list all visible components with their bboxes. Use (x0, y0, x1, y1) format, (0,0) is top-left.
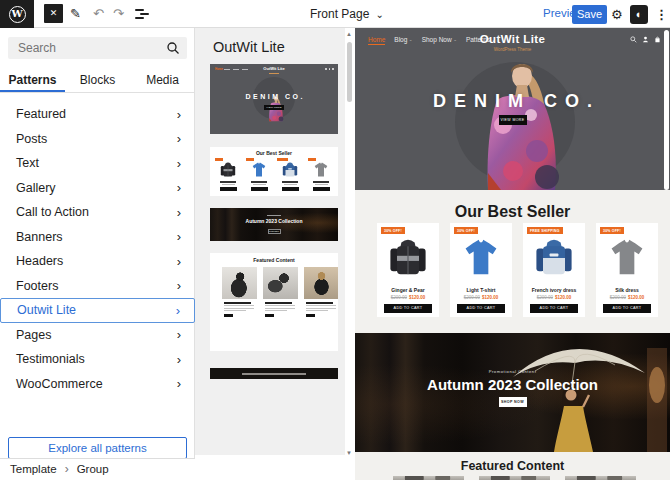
sidebar-item-gallery[interactable]: Gallery› (0, 176, 195, 201)
sidebar-item-featured[interactable]: Featured› (0, 102, 195, 127)
product-image (459, 235, 503, 281)
category-label: Gallery (16, 181, 56, 195)
mini-product-card (308, 158, 334, 193)
sidebar-item-headers[interactable]: Headers› (0, 249, 195, 274)
old-price: $200.00 (464, 295, 480, 300)
sidebar-item-testimonials[interactable]: Testimonials› (0, 347, 195, 372)
hero-section: Home Blog⌄ Shop Now⌄ Patterns⌄ OutWit Li… (355, 28, 670, 190)
editor-topbar: W ✕ ✎ ↶ ↷ Front Page ⌄ Preview Save ⚙ ◐ … (0, 0, 670, 28)
sale-badge: 30% Off! (454, 227, 478, 234)
kebab-menu-icon[interactable]: ⋮ (655, 5, 668, 24)
scroll-down-icon[interactable]: ▼ (346, 450, 352, 456)
category-label: Text (16, 156, 39, 170)
old-price: $200.00 (537, 295, 553, 300)
promo-heading: Autumn 2023 Collection (355, 376, 670, 393)
chevron-right-icon: › (177, 376, 181, 391)
pattern-preview-hero[interactable]: Home OutWit Lite DENIM CO. VIEW MORE (210, 64, 338, 134)
product-card[interactable]: 30% Off! Ginger & Pear $200.00$120.00 AD… (377, 223, 439, 317)
explore-all-patterns-button[interactable]: Explore all patterns (8, 437, 187, 459)
inserter-sidebar: Patterns Blocks Media Featured› Posts› T… (0, 28, 195, 458)
sidebar-item-posts[interactable]: Posts› (0, 127, 195, 152)
sidebar-item-text[interactable]: Text› (0, 151, 195, 176)
add-to-cart-button[interactable]: ADD TO CART (384, 304, 432, 313)
panel-scrollbar-thumb[interactable] (347, 42, 352, 102)
chevron-right-icon: › (177, 180, 181, 195)
site-tagline: WordPress Theme (355, 47, 670, 52)
mini-promo-kicker (267, 215, 281, 216)
breadcrumb-template[interactable]: Template (10, 463, 57, 475)
user-icon[interactable] (642, 36, 649, 43)
sidebar-item-footers[interactable]: Footers› (0, 274, 195, 299)
chevron-right-icon: › (177, 229, 181, 244)
tab-blocks[interactable]: Blocks (65, 69, 130, 92)
mini-header-icons (325, 68, 334, 70)
chevron-right-icon: › (177, 278, 181, 293)
sidebar-item-woocommerce[interactable]: WooCommerce› (0, 372, 195, 397)
sidebar-item-call-to-action[interactable]: Call to Action› (0, 200, 195, 225)
tab-patterns[interactable]: Patterns (0, 69, 65, 92)
category-label: Call to Action (16, 205, 89, 219)
chevron-right-icon: › (177, 327, 181, 342)
shop-now-button[interactable]: SHOP NOW (499, 397, 527, 407)
cart-bag-icon[interactable] (654, 36, 661, 43)
scroll-up-icon[interactable]: ▲ (346, 31, 352, 37)
product-card[interactable]: Free Shipping French ivory dress $200.00… (523, 223, 585, 317)
hero-view-more-button[interactable]: VIEW MORE (499, 115, 527, 125)
category-label: Banners (16, 230, 63, 244)
chevron-right-icon: › (177, 205, 181, 220)
close-icon[interactable]: ✕ (44, 4, 63, 23)
mini-promo-button: SHOP NOW (268, 229, 281, 234)
tab-media[interactable]: Media (130, 69, 195, 92)
sidebar-item-outwit-lite[interactable]: Outwit Lite› (0, 298, 195, 323)
breadcrumb: Template › Group (10, 458, 109, 480)
pattern-preview-promo[interactable]: Autumn 2023 Collection SHOP NOW (210, 208, 338, 241)
mini-best-seller-heading: Our Best Seller (210, 150, 338, 156)
search-icon (166, 41, 180, 55)
category-label: Posts (16, 132, 47, 146)
patterns-preview-panel: OutWit Lite Home OutWit Lite DENIM CO. V… (195, 28, 345, 455)
sidebar-item-pages[interactable]: Pages› (0, 323, 195, 348)
pattern-preview-footer[interactable] (210, 368, 338, 379)
category-label: Footers (16, 279, 58, 293)
redo-icon[interactable]: ↷ (113, 4, 124, 23)
site-branding[interactable]: OutWit Lite WordPress Theme (355, 33, 670, 52)
product-card[interactable]: 30% Off! Silk dress $200.00$120.00 ADD T… (596, 223, 658, 317)
document-switcher[interactable]: Front Page ⌄ (310, 0, 384, 28)
gear-icon[interactable]: ⚙ (611, 5, 623, 24)
sale-price: $120.00 (409, 295, 425, 300)
pattern-preview-best-seller[interactable]: Our Best Seller (210, 147, 338, 196)
add-to-cart-button[interactable]: ADD TO CART (603, 304, 651, 313)
list-view-icon[interactable] (135, 9, 149, 19)
category-label: Pages (16, 328, 51, 342)
chevron-right-icon: › (176, 303, 180, 318)
pattern-preview-featured[interactable]: Featured Content (210, 253, 338, 351)
hero-title: DENIM CO. (355, 91, 670, 112)
mini-hero-title: DENIM CO. (210, 93, 338, 100)
featured-image (565, 476, 636, 480)
breadcrumb-group[interactable]: Group (77, 463, 109, 475)
product-card[interactable]: 30% Off! Light T-shirt $200.00$120.00 AD… (450, 223, 512, 317)
old-price: $200.00 (391, 295, 407, 300)
mini-product-card (215, 158, 241, 193)
canvas-scrollbar-thumb[interactable] (664, 30, 669, 190)
mini-hero-button: VIEW MORE (264, 105, 284, 110)
wordpress-logo-button[interactable]: W (0, 0, 34, 28)
category-label: Outwit Lite (17, 303, 76, 317)
chevron-right-icon: › (177, 352, 181, 367)
product-image (605, 235, 649, 281)
best-seller-heading: Our Best Seller (355, 203, 670, 221)
save-button[interactable]: Save (572, 5, 607, 24)
editor-canvas: Home Blog⌄ Shop Now⌄ Patterns⌄ OutWit Li… (355, 28, 670, 480)
search-icon[interactable] (630, 36, 637, 43)
add-to-cart-button[interactable]: ADD TO CART (457, 304, 505, 313)
category-label: Testimonials (16, 352, 85, 366)
styles-contrast-icon[interactable]: ◐ (630, 5, 648, 24)
mini-featured-card (304, 267, 338, 317)
edit-pencil-icon[interactable]: ✎ (70, 4, 81, 23)
search-input[interactable] (8, 37, 187, 59)
sidebar-item-banners[interactable]: Banners› (0, 225, 195, 250)
mini-featured-card (263, 267, 298, 317)
mini-featured-card (222, 267, 257, 317)
add-to-cart-button[interactable]: ADD TO CART (530, 304, 578, 313)
undo-icon[interactable]: ↶ (93, 4, 104, 23)
